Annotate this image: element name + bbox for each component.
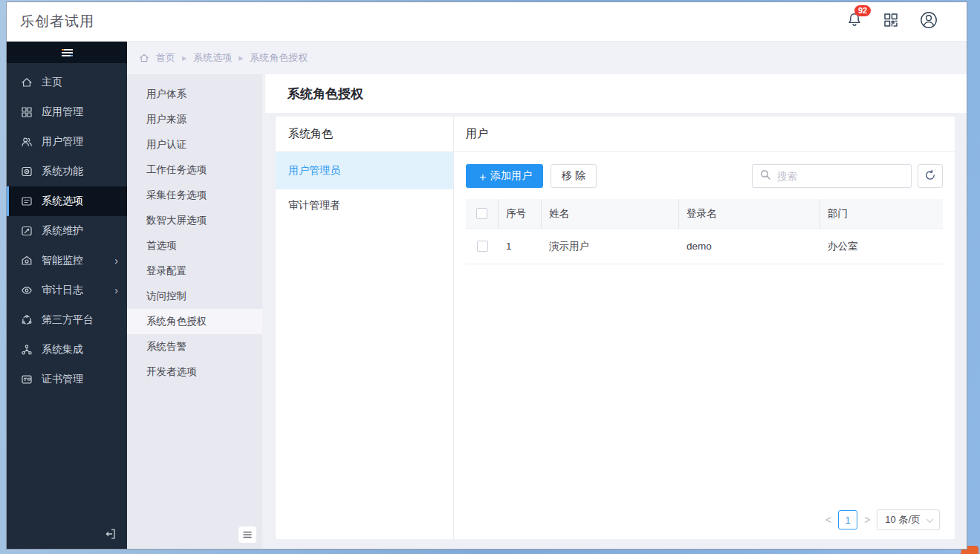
- qr-code-icon: [883, 12, 899, 31]
- chevron-right-icon: ›: [114, 285, 118, 296]
- app-window: 乐创者试用 92 主页: [6, 1, 967, 550]
- submenu-item[interactable]: 登录配置: [127, 258, 262, 284]
- content-row: 用户体系 用户来源 用户认证 工作任务选项 采集任务选项 数智大屏选项 首选项 …: [127, 74, 967, 549]
- sidebar-item-label: 系统选项: [42, 195, 83, 208]
- sidebar-item-label: 第三方平台: [42, 313, 94, 327]
- sidebar-item-system-options[interactable]: 系统选项: [7, 186, 127, 216]
- submenu-item[interactable]: 系统角色授权: [127, 309, 262, 334]
- sidebar-item-system-maintenance[interactable]: 系统维护: [7, 216, 127, 246]
- submenu-item[interactable]: 用户来源: [127, 107, 262, 132]
- sub-sidebar-footer: [238, 527, 256, 543]
- breadcrumb-separator: ▶: [238, 55, 243, 62]
- sidebar-item-monitoring[interactable]: 智能监控 ›: [7, 246, 127, 276]
- role-item[interactable]: 用户管理员: [276, 152, 453, 189]
- submenu-item-label: 用户来源: [146, 113, 186, 126]
- app-header: 乐创者试用 92: [7, 2, 967, 42]
- submenu-item[interactable]: 用户体系: [127, 82, 262, 107]
- prev-page-button[interactable]: <: [825, 515, 831, 525]
- user-avatar-button[interactable]: [919, 10, 938, 33]
- sidebar-item-label: 系统功能: [42, 165, 83, 178]
- submenu-item-label: 开发者选项: [146, 365, 197, 379]
- submenu-item[interactable]: 访问控制: [127, 284, 262, 309]
- sidebar-item-label: 主页: [42, 76, 62, 89]
- current-page[interactable]: 1: [838, 510, 857, 529]
- app-body: 主页 应用管理 用户管理 系统功能 系统选项 系统维护 智能监控 › 审计日志 …: [7, 42, 967, 549]
- submenu-item-label: 系统告警: [146, 340, 186, 353]
- sidebar-item-users[interactable]: 用户管理: [7, 127, 127, 157]
- remove-user-button[interactable]: 移 除: [551, 164, 597, 188]
- select-all-checkbox[interactable]: [476, 208, 487, 219]
- sidebar-collapse-button[interactable]: [7, 42, 127, 63]
- qr-code-button[interactable]: [883, 12, 899, 31]
- submenu-item-label: 系统角色授权: [146, 315, 207, 328]
- avatar-icon: [919, 10, 938, 33]
- role-item[interactable]: 审计管理者: [276, 189, 453, 222]
- main-nav-list: 主页 应用管理 用户管理 系统功能 系统选项 系统维护 智能监控 › 审计日志 …: [7, 63, 127, 394]
- sidebar-item-home[interactable]: 主页: [7, 68, 127, 97]
- roles-panel-title: 系统角色: [276, 117, 454, 151]
- hamburger-icon: [62, 49, 73, 56]
- submenu-item-label: 采集任务选项: [146, 189, 207, 202]
- header-actions: 92: [846, 10, 938, 33]
- sidebar-item-label: 用户管理: [42, 135, 83, 149]
- panel-body: 用户管理员审计管理者 ＋ 添加用户 移 除: [276, 152, 955, 539]
- sidebar-item-integration[interactable]: 系统集成: [7, 335, 127, 365]
- breadcrumb-item[interactable]: 首页: [156, 51, 175, 65]
- system-options-icon: [20, 195, 33, 208]
- plus-icon: ＋: [477, 171, 488, 182]
- pagination: < 1 > 10 条/页: [825, 509, 940, 530]
- users-table: 序号 姓名 登录名 部门 1 演示用户 demo 办公室: [466, 199, 943, 264]
- sidebar-item-third-party[interactable]: 第三方平台: [7, 305, 127, 335]
- sidebar-item-label: 应用管理: [42, 105, 83, 119]
- page-size-select[interactable]: 10 条/页: [877, 509, 940, 530]
- table-row[interactable]: 1 演示用户 demo 办公室: [466, 229, 943, 264]
- home-icon: [20, 76, 33, 89]
- submenu-item[interactable]: 用户认证: [127, 132, 262, 157]
- submenu-item[interactable]: 系统告警: [127, 334, 262, 359]
- breadcrumb-item[interactable]: 系统角色授权: [250, 51, 308, 65]
- submenu-item[interactable]: 首选项: [127, 233, 262, 258]
- search-input[interactable]: [776, 170, 903, 183]
- sidebar-item-audit-eye[interactable]: 审计日志 ›: [7, 276, 127, 305]
- submenu-item[interactable]: 采集任务选项: [127, 183, 262, 208]
- submenu-item-label: 访问控制: [146, 290, 186, 303]
- chevron-down-icon: [927, 515, 934, 523]
- submenu-item[interactable]: 开发者选项: [127, 359, 262, 385]
- sidebar-item-system-functions[interactable]: 系统功能: [7, 157, 127, 186]
- title-card: 系统角色授权: [265, 74, 967, 113]
- sidebar-item-certificate[interactable]: 证书管理: [7, 365, 127, 394]
- next-page-button[interactable]: >: [864, 515, 870, 525]
- breadcrumb-item[interactable]: 系统选项: [193, 51, 232, 65]
- sidebar-item-apps-grid[interactable]: 应用管理: [7, 97, 127, 127]
- refresh-button[interactable]: [918, 164, 943, 188]
- sidebar-item-label: 智能监控: [42, 254, 83, 267]
- table-header-row: 序号 姓名 登录名 部门: [466, 199, 943, 229]
- exit-button[interactable]: [104, 527, 117, 541]
- breadcrumb-separator: ▶: [182, 55, 186, 62]
- column-header: 姓名: [542, 199, 679, 228]
- third-party-icon: [20, 314, 33, 327]
- system-functions-icon: [20, 166, 33, 178]
- audit-eye-icon: [20, 284, 33, 297]
- notifications-button[interactable]: 92: [846, 12, 863, 31]
- system-maintenance-icon: [20, 225, 33, 238]
- submenu-item[interactable]: 数智大屏选项: [127, 208, 262, 233]
- users-panel-title: 用户: [454, 117, 955, 151]
- users-icon: [20, 136, 33, 149]
- subsidebar-collapse-button[interactable]: [238, 527, 256, 543]
- submenu-item-label: 数智大屏选项: [146, 214, 207, 227]
- sidebar-item-label: 系统集成: [42, 343, 83, 356]
- apps-grid-icon: [20, 106, 33, 119]
- cell-dept: 办公室: [820, 229, 943, 264]
- sub-sidebar: 用户体系 用户来源 用户认证 工作任务选项 采集任务选项 数智大屏选项 首选项 …: [127, 74, 262, 549]
- column-header: 部门: [820, 199, 943, 228]
- integration-icon: [20, 344, 33, 356]
- notification-badge: 92: [854, 5, 871, 16]
- submenu-item-label: 用户认证: [146, 138, 186, 151]
- submenu-item-label: 首选项: [146, 239, 177, 252]
- row-checkbox[interactable]: [477, 241, 488, 252]
- submenu-item[interactable]: 工作任务选项: [127, 157, 262, 183]
- app-title: 乐创者试用: [20, 12, 94, 31]
- add-user-button[interactable]: ＋ 添加用户: [466, 164, 543, 188]
- cell-login: demo: [679, 229, 820, 264]
